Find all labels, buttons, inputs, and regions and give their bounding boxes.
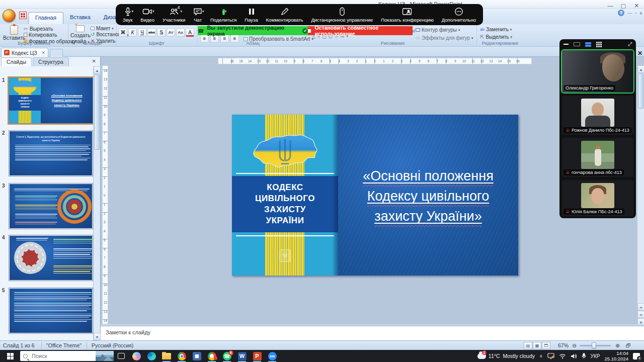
underline-button[interactable]: Ч — [138, 28, 146, 37]
weather-widget[interactable]: 1 11°C Mostly cloudy — [477, 353, 535, 359]
participant-video-2[interactable]: 🕭Рожнов Данило Пбс-24-413 — [562, 96, 633, 135]
italic-button[interactable]: К — [128, 28, 137, 37]
thumbnails-scrollbar[interactable]: ▲ ▼ — [93, 66, 100, 340]
clock[interactable]: 14:04 25.10.2024 — [604, 350, 628, 361]
pause-button[interactable]: Пауза — [243, 7, 260, 23]
mini-restore-button[interactable]: ▫ — [635, 11, 636, 16]
panel-close-icon[interactable]: ✕ — [637, 50, 642, 57]
action-center-icon[interactable]: 4 — [633, 353, 640, 359]
help-icon[interactable]: ? — [618, 10, 624, 16]
search-box[interactable] — [20, 351, 114, 361]
slide-thumbnail-3[interactable] — [9, 183, 93, 229]
search-input[interactable] — [31, 352, 76, 359]
tab-slides[interactable]: Слайды — [1, 57, 32, 66]
cut-button[interactable]: ✂Вырезать — [24, 26, 53, 32]
next-slide-button[interactable]: ⏷ — [637, 311, 644, 318]
new-document-tab[interactable] — [50, 49, 63, 57]
theme-name[interactable]: "Office Theme" — [46, 342, 82, 348]
avatar — [581, 141, 614, 169]
remote-control-button[interactable]: Дистанционное управление — [309, 7, 375, 23]
slide-thumbnail-2[interactable]: Стаття 1. Відносини, що регулюються Коде… — [9, 130, 93, 176]
gallery-view-icon[interactable] — [585, 42, 591, 47]
slide-thumbnail-4[interactable] — [9, 235, 93, 281]
document-tab-close-icon[interactable]: ✕ — [41, 50, 45, 55]
zoom-in-button[interactable]: ⊕ — [615, 342, 620, 348]
muted-mic-icon: 🕭 — [566, 128, 570, 133]
language-indicator[interactable]: Русский (Россия) — [92, 342, 133, 348]
share-screen-button[interactable]: ↑▼ Поделиться — [208, 7, 238, 23]
select-button[interactable]: ⇱Выделить▾ — [480, 34, 512, 40]
calculator-icon[interactable]: ▦ — [189, 350, 204, 362]
search-highlight-image — [96, 351, 114, 361]
participants-button[interactable]: 4▼ Участники — [160, 7, 187, 23]
normal-view-button[interactable]: ▤ — [524, 342, 532, 349]
layout-button[interactable]: Макет▾ — [91, 26, 114, 31]
mic-tray-icon[interactable] — [582, 353, 586, 359]
display-tray-icon[interactable] — [547, 353, 554, 359]
previous-slide-button[interactable]: ⏶ — [637, 303, 644, 311]
change-case-button[interactable]: Аа — [176, 28, 185, 37]
mini-close-button[interactable]: x — [640, 11, 642, 16]
slideshow-button[interactable]: 🗔 — [542, 342, 550, 349]
replace-button[interactable]: abЗаменить▾ — [480, 27, 512, 32]
text-shadow-button[interactable]: S — [157, 28, 166, 37]
document-tab-bar: P Кодекс ЦЗ ✕ — [0, 47, 644, 57]
grid-view-icon[interactable] — [596, 42, 602, 47]
mini-minimize-button[interactable]: — — [627, 11, 632, 16]
character-spacing-button[interactable]: AV — [167, 28, 175, 37]
notes-area[interactable]: Заметки к слайду — [101, 326, 644, 340]
audio-button[interactable]: ▼ Звук — [121, 7, 134, 23]
language-tray[interactable]: УКР — [591, 353, 600, 359]
pane-close-icon[interactable]: ✕ — [92, 58, 96, 64]
more-button[interactable]: Дополнительно — [440, 7, 478, 23]
select-icon: ⇱ — [480, 34, 484, 40]
powerpoint-icon[interactable]: P — [250, 350, 265, 362]
office-button[interactable] — [3, 9, 16, 22]
edge-icon[interactable] — [144, 350, 159, 362]
tab-insert[interactable]: Вставка — [63, 12, 97, 24]
tab-outline[interactable]: Структура — [33, 57, 69, 66]
whatsapp-icon[interactable]: ☎6 — [219, 350, 234, 362]
start-button[interactable] — [0, 350, 20, 362]
fit-to-window-button[interactable]: 🗗 — [626, 342, 631, 348]
bold-button[interactable]: Ж — [119, 28, 127, 37]
participant-video-1[interactable]: Олександр Григоренко — [562, 50, 633, 93]
addin-icon[interactable] — [19, 12, 27, 19]
slide-thumbnail-1[interactable]: КОДЕКСЦИВІЛЬНОГО ЗАХИСТУУКРАЇНИ «Основні… — [9, 77, 93, 124]
task-view-button[interactable] — [114, 350, 129, 362]
copilot-icon[interactable] — [129, 350, 144, 362]
slide-sorter-button[interactable]: ▦ — [533, 342, 541, 349]
video-button[interactable]: ▼ Видео — [138, 7, 156, 23]
tab-home[interactable]: Главная — [28, 12, 63, 24]
shape-outline-button[interactable]: Контур фигуры▾ — [416, 27, 460, 33]
slide-thumbnail-5[interactable] — [9, 288, 93, 334]
chrome-icon[interactable] — [174, 350, 189, 362]
word-icon[interactable]: W — [234, 350, 250, 362]
muted-mic-icon: 🕭 — [566, 209, 570, 214]
slide-canvas[interactable]: КОДЕКС ЦИВІЛЬНОГО ЗАХИСТУ УКРАЇНИ Ψ «Осн… — [232, 115, 518, 276]
zoom-out-button[interactable]: ⊖ — [572, 342, 577, 348]
file-explorer-icon[interactable] — [159, 350, 174, 362]
panel-expand-icon[interactable]: ⤢ — [628, 41, 632, 47]
browser-profile-icon[interactable] — [204, 350, 219, 362]
copy-button[interactable]: Копировать — [24, 32, 57, 38]
participant-video-3[interactable]: 🕭гончарова анна пбс-413 — [562, 138, 633, 177]
show-conference-button[interactable]: Показать конференцию — [379, 7, 436, 23]
paste-button[interactable]: Вставить — [3, 25, 26, 41]
participant-video-4[interactable]: 🕭Юлія Балюк ПБс-24-413 — [562, 180, 633, 216]
volume-icon[interactable] — [571, 353, 577, 359]
document-tab[interactable]: P Кодекс ЦЗ ✕ — [1, 48, 48, 57]
strikethrough-button[interactable]: abc — [147, 28, 156, 37]
chat-button[interactable]: ▼ Чат — [191, 7, 204, 23]
new-slide-icon — [76, 25, 85, 32]
font-color-button[interactable]: А — [186, 28, 194, 37]
workspace-scrollbar[interactable]: ▲ ⏶ ⏷ ▼ — [637, 65, 644, 326]
zoom-slider[interactable] — [580, 345, 611, 346]
zoom-app-icon[interactable]: zm — [265, 350, 280, 362]
wifi-icon[interactable] — [559, 353, 566, 359]
tray-expand-icon[interactable]: ∧ — [539, 353, 543, 358]
stop-share-button[interactable]: Остановить совместное использование — [308, 26, 413, 35]
speaker-view-icon[interactable] — [574, 42, 580, 46]
panel-minimize-icon[interactable] — [564, 44, 569, 45]
annotate-button[interactable]: Комментировать — [264, 7, 305, 23]
